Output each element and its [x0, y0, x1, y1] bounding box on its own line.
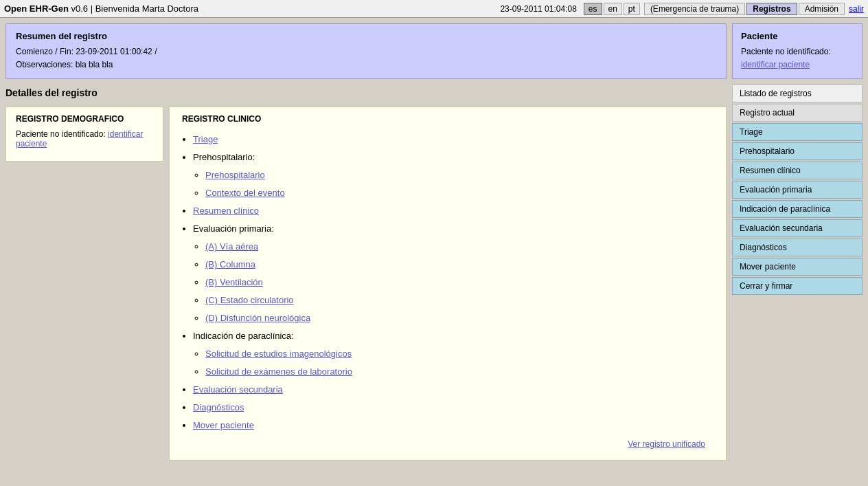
list-item: Mover paciente	[193, 417, 713, 434]
list-item: Resumen clínico	[193, 202, 713, 220]
patient-label: Paciente no identificado:	[741, 47, 831, 56]
details-section: Detalles del registro REGISTRO DEMOGRAFI…	[5, 85, 727, 461]
diagnosticos-link[interactable]: Diagnósticos	[193, 402, 244, 412]
sidebar-item-cerrar-y-firmar[interactable]: Cerrar y firmar	[732, 277, 863, 295]
lang-pt-button[interactable]: pt	[624, 3, 640, 15]
datetime: 23-09-2011 01:04:08	[500, 4, 576, 14]
summary-title: Resumen del registro	[16, 31, 716, 41]
indicacion-paraClinica-label: Indicación de paraclínica:	[193, 331, 294, 341]
content-area: Resumen del registro Comienzo / Fin: 23-…	[5, 23, 727, 481]
summary-line1: Comienzo / Fin: 23-09-2011 01:00:42 /	[16, 45, 716, 58]
mover-paciente-link[interactable]: Mover paciente	[193, 420, 254, 430]
topbar: Open EHR-Gen v0.6 | Bienvenida Marta Doc…	[0, 0, 868, 18]
list-item: Contexto del evento	[205, 184, 713, 202]
footer-link-container: Ver registro unificado	[182, 434, 713, 453]
evaluacion-secundaria-link[interactable]: Evaluación secundaria	[193, 384, 283, 395]
list-item: Solicitud de exámenes de laboratorio	[205, 363, 713, 381]
list-item: (A) Vía aérea	[205, 238, 713, 256]
estudios-imagenologicos-link[interactable]: Solicitud de estudios imagenológicos	[205, 349, 352, 359]
list-item: Prehospitalario	[205, 166, 713, 184]
summary-line2: Observaciones: bla bla bla	[16, 58, 716, 71]
main-container: Resumen del registro Comienzo / Fin: 23-…	[0, 18, 868, 486]
demographic-label: Paciente no identificado:	[16, 129, 106, 139]
list-item: Indicación de paraclínica: Solicitud de …	[193, 327, 713, 381]
patient-panel: Paciente Paciente no identificado: ident…	[732, 23, 863, 79]
list-item: (B) Ventilación	[205, 274, 713, 291]
contexto-evento-link[interactable]: Contexto del evento	[205, 188, 285, 198]
sidebar-item-resumen-clínico[interactable]: Resumen clínico	[732, 162, 863, 179]
estado-circulatorio-link[interactable]: (C) Estado circulatorio	[205, 295, 294, 305]
records-row: REGISTRO DEMOGRAFICO Paciente no identif…	[5, 107, 727, 461]
sidebar-item-diagnósticos[interactable]: Diagnósticos	[732, 239, 863, 256]
details-title: Detalles del registro	[5, 85, 727, 101]
ventilacion-link[interactable]: (B) Ventilación	[205, 277, 263, 287]
sidebar-item-evaluación-primaria[interactable]: Evaluación primaria	[732, 181, 863, 199]
list-item: (D) Disfunción neurológica	[205, 309, 713, 327]
columna-link[interactable]: (B) Columna	[205, 259, 255, 269]
clinical-title: REGISTRO CLINICO	[182, 114, 713, 124]
list-item: Diagnósticos	[193, 399, 713, 417]
resumen-clinico-link[interactable]: Resumen clínico	[193, 206, 259, 216]
summary-box: Resumen del registro Comienzo / Fin: 23-…	[5, 23, 727, 79]
via-aerea-link[interactable]: (A) Vía aérea	[205, 241, 258, 252]
clinical-list: Triage Prehospitalario: Prehospitalario …	[193, 131, 713, 434]
list-item: Solicitud de estudios imagenológicos	[205, 345, 713, 363]
prehospitalario-label: Prehospitalario:	[193, 152, 255, 162]
patient-panel-title: Paciente	[741, 31, 854, 41]
demographic-box: REGISTRO DEMOGRAFICO Paciente no identif…	[5, 107, 163, 162]
app-title: Open EHR-Gen v0.6 | Bienvenida Marta Doc…	[4, 3, 500, 14]
admision-button[interactable]: Admisión	[799, 3, 845, 15]
lang-en-button[interactable]: en	[604, 3, 622, 15]
registros-button[interactable]: Registros	[746, 3, 797, 15]
list-item: (B) Columna	[205, 256, 713, 274]
list-item: Prehospitalario: Prehospitalario Context…	[193, 148, 713, 202]
prehospitalario-link[interactable]: Prehospitalario	[205, 170, 265, 180]
lang-es-button[interactable]: es	[584, 3, 602, 15]
list-item: Evaluación primaria: (A) Vía aérea (B) C…	[193, 220, 713, 327]
disfuncion-neurologica-link[interactable]: (D) Disfunción neurológica	[205, 313, 310, 323]
triage-link[interactable]: Triage	[193, 134, 218, 144]
prehospitalario-sublist: Prehospitalario Contexto del evento	[205, 166, 713, 202]
sidebar-nav: Listado de registrosRegistro actualTriag…	[732, 85, 863, 295]
demographic-title: REGISTRO DEMOGRAFICO	[16, 114, 153, 124]
sidebar-item-indicación-de-paraclínica[interactable]: Indicación de paraclínica	[732, 200, 863, 218]
ver-registro-unificado-link[interactable]: Ver registro unificado	[628, 439, 705, 449]
sidebar-item-evaluación-secundaria[interactable]: Evaluación secundaria	[732, 219, 863, 237]
sidebar-item-listado-de-registros[interactable]: Listado de registros	[732, 85, 863, 102]
patient-panel-text: Paciente no identificado: identificar pa…	[741, 45, 854, 71]
list-item: (C) Estado circulatorio	[205, 291, 713, 309]
examenes-laboratorio-link[interactable]: Solicitud de exámenes de laboratorio	[205, 366, 352, 377]
list-item: Evaluación secundaria	[193, 381, 713, 399]
clinical-box: REGISTRO CLINICO Triage Prehospitalario:…	[169, 107, 727, 461]
domain-button[interactable]: (Emergencia de trauma)	[644, 3, 745, 15]
indicacion-paraClinica-sublist: Solicitud de estudios imagenológicos Sol…	[205, 345, 713, 381]
identify-patient-link-sidebar[interactable]: identificar paciente	[741, 60, 810, 69]
sidebar-item-mover-paciente[interactable]: Mover paciente	[732, 258, 863, 276]
salir-link[interactable]: salir	[849, 4, 864, 14]
sidebar: Paciente Paciente no identificado: ident…	[732, 23, 863, 481]
sidebar-item-prehospitalario[interactable]: Prehospitalario	[732, 142, 863, 160]
evaluacion-primaria-label: Evaluación primaria:	[193, 223, 274, 234]
list-item: Triage	[193, 131, 713, 148]
demographic-text: Paciente no identificado: identificar pa…	[16, 129, 153, 148]
evaluacion-primaria-sublist: (A) Vía aérea (B) Columna (B) Ventilació…	[205, 238, 713, 327]
sidebar-item-registro-actual[interactable]: Registro actual	[732, 104, 863, 122]
sidebar-item-triage[interactable]: Triage	[732, 123, 863, 141]
